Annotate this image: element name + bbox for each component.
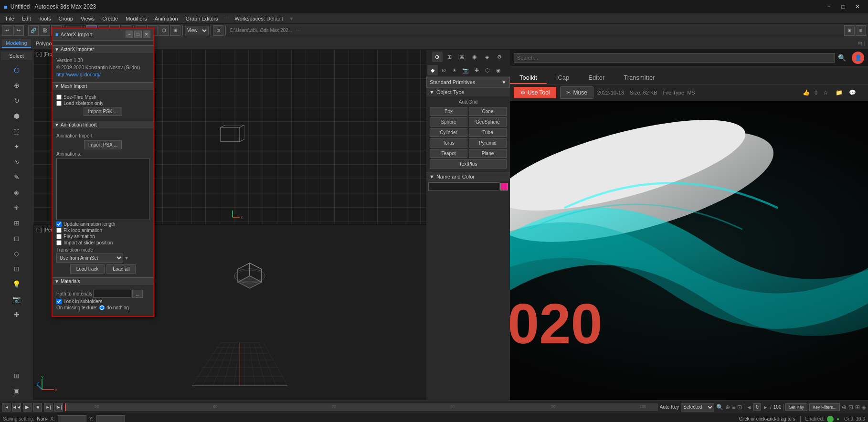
- sidebar-rotate-icon[interactable]: ↻: [10, 94, 24, 108]
- maximize-button[interactable]: □: [836, 2, 850, 11]
- close-button[interactable]: ✕: [851, 2, 864, 11]
- torus-button[interactable]: Torus: [430, 138, 467, 148]
- spacewarps-icon[interactable]: ⬡: [482, 65, 493, 75]
- menu-views[interactable]: Views: [77, 15, 98, 22]
- sidebar-select2-icon[interactable]: ⬚: [10, 124, 24, 138]
- y-input[interactable]: [96, 415, 125, 422]
- do-nothing-radio[interactable]: do nothing: [99, 305, 129, 310]
- display-icon[interactable]: ◈: [482, 52, 492, 62]
- translation-mode-select[interactable]: Use from AnimSet: [56, 253, 123, 263]
- play-anim-checkbox[interactable]: Play animation: [56, 234, 149, 239]
- next-frame-btn[interactable]: ►|: [44, 403, 53, 411]
- menu-file[interactable]: File: [2, 15, 18, 22]
- selected-select[interactable]: Selected: [681, 403, 714, 411]
- update-anim-input[interactable]: [56, 222, 62, 227]
- x-input[interactable]: [58, 415, 86, 422]
- anim-icon3[interactable]: ⊞: [855, 404, 860, 411]
- systems-icon[interactable]: ◉: [493, 65, 504, 75]
- next-key-btn[interactable]: ►: [763, 404, 768, 410]
- key-search-icon[interactable]: 🔍: [716, 404, 723, 411]
- utilities-icon[interactable]: ⚙: [494, 52, 505, 62]
- cone-button[interactable]: Cone: [469, 107, 507, 116]
- materials-section-header[interactable]: ▼ Materials: [53, 277, 153, 285]
- dialog-maximize-btn[interactable]: □: [134, 31, 142, 38]
- trans-arrow[interactable]: ▼: [124, 255, 129, 261]
- scale-btn[interactable]: ⬡: [159, 25, 169, 36]
- unlink-button[interactable]: ⛓: [40, 25, 50, 36]
- helpers-icon2[interactable]: ✚: [471, 65, 482, 75]
- name-color-header[interactable]: ▼ Name and Color: [426, 172, 510, 181]
- website-text[interactable]: http://www.gildor.org/: [56, 71, 149, 78]
- set-key-button[interactable]: Set Key: [785, 403, 807, 411]
- magnet-btn[interactable]: ⊙: [213, 25, 223, 36]
- tube-button[interactable]: Tube: [469, 128, 507, 137]
- update-anim-checkbox[interactable]: Update animation length: [56, 222, 149, 227]
- sidebar-space-icon[interactable]: ⊡: [10, 262, 24, 276]
- load-skeleton-input[interactable]: [56, 101, 62, 106]
- user-avatar[interactable]: 👤: [852, 52, 864, 64]
- shapes-icon[interactable]: ⊙: [438, 65, 449, 75]
- tab-modeling[interactable]: Modeling: [2, 39, 31, 48]
- tab-toolkit[interactable]: Toolkit: [510, 72, 547, 84]
- look-subfolders-input[interactable]: [56, 299, 62, 304]
- animations-listbox[interactable]: [56, 158, 149, 220]
- do-nothing-input[interactable]: [99, 305, 105, 310]
- chat-icon[interactable]: 💬: [847, 87, 857, 98]
- tab-icap[interactable]: ICap: [547, 72, 579, 84]
- sidebar-curve-icon[interactable]: ∿: [10, 155, 24, 169]
- path-materials-input[interactable]: [93, 290, 131, 298]
- timeline-slider[interactable]: 50 60 70 80 90 100: [65, 403, 658, 411]
- play-back-btn[interactable]: ◄◄: [12, 403, 21, 411]
- object-type-header[interactable]: ▼ Object Type: [426, 87, 510, 96]
- link-button[interactable]: 🔗: [28, 25, 39, 36]
- menu-animation[interactable]: Animation: [151, 15, 182, 22]
- view-select[interactable]: View: [185, 26, 209, 35]
- redo-button[interactable]: ↪: [13, 25, 24, 36]
- teapot-button[interactable]: Teapot: [430, 149, 467, 158]
- scene-explore-btn[interactable]: ⊞: [844, 25, 855, 36]
- cylinder-button[interactable]: Cylinder: [430, 128, 467, 137]
- menu-modifiers[interactable]: Modifiers: [122, 15, 151, 22]
- import-psa-button[interactable]: Import PSA ...: [84, 140, 122, 149]
- sphere-button[interactable]: Sphere: [430, 117, 467, 127]
- motion-icon[interactable]: ◉: [469, 52, 480, 62]
- modify-icon[interactable]: ⊞: [445, 52, 455, 62]
- pyramid-button[interactable]: Pyramid: [469, 138, 507, 148]
- importer-section-header[interactable]: ▼ ActorX Importer: [53, 45, 153, 53]
- textplus-button[interactable]: TextPlus: [430, 159, 507, 169]
- more-tools-icon[interactable]: ⋯: [295, 28, 302, 33]
- menu-tools[interactable]: Tools: [35, 15, 55, 22]
- import-psk-button[interactable]: Import PSK ...: [84, 107, 122, 116]
- load-skeleton-checkbox[interactable]: Load skeleton only: [56, 101, 149, 106]
- key-btn2[interactable]: ≡: [732, 404, 735, 411]
- animation-import-header[interactable]: ▼ Animation Import: [53, 121, 153, 128]
- geosphere-button[interactable]: GeoSphere: [469, 117, 507, 127]
- vp-plus-front[interactable]: [+]: [36, 52, 42, 57]
- box-button[interactable]: Box: [430, 107, 467, 116]
- geometry-icon[interactable]: ◆: [427, 65, 438, 75]
- muse-button[interactable]: ✂ Muse: [560, 86, 593, 99]
- path-browse-btn[interactable]: ...: [132, 290, 143, 298]
- sidebar-brush-icon[interactable]: ✦: [10, 139, 24, 154]
- dialog-close-btn[interactable]: ✕: [143, 31, 150, 38]
- prev-key-btn[interactable]: ◄: [746, 404, 752, 410]
- sidebar-move-icon[interactable]: ⊕: [10, 78, 24, 93]
- ref-coord-btn[interactable]: ⊞: [170, 25, 180, 36]
- import-slider-input[interactable]: [56, 240, 62, 245]
- sidebar-mat-icon[interactable]: ⊞: [10, 216, 24, 230]
- use-tool-button[interactable]: ⚙ Use Tool: [514, 87, 556, 98]
- sidebar-bottom-icon2[interactable]: ▣: [10, 384, 24, 398]
- primitives-dropdown[interactable]: Standard Primitives ▼: [426, 77, 510, 87]
- menu-group[interactable]: Group: [54, 15, 77, 22]
- lights-icon[interactable]: ☀: [449, 65, 460, 75]
- star-icon[interactable]: ☆: [820, 87, 831, 98]
- see-thru-mesh-input[interactable]: [56, 95, 62, 100]
- play-anim-input[interactable]: [56, 234, 62, 239]
- color-swatch[interactable]: [500, 183, 508, 190]
- folder-icon[interactable]: 📁: [834, 87, 844, 98]
- object-name-input[interactable]: [428, 182, 499, 190]
- plane-button[interactable]: Plane: [469, 149, 507, 158]
- sidebar-bottom-icon1[interactable]: ⊞: [10, 369, 24, 383]
- menu-create[interactable]: Create: [98, 15, 122, 22]
- dialog-minimize-btn[interactable]: −: [126, 31, 133, 38]
